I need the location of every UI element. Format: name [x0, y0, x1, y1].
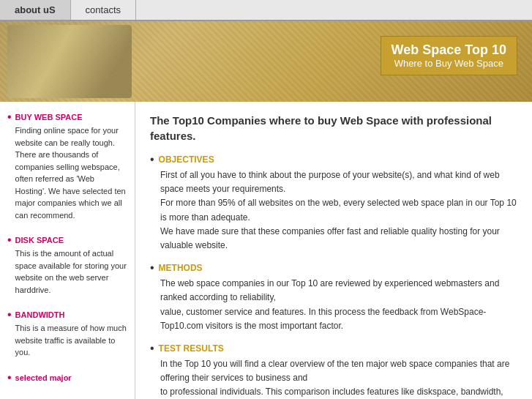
section-title: METHODS [159, 263, 203, 273]
main-heading: The Top10 Companies where to buy Web Spa… [150, 113, 517, 143]
hero-title-box: Web Space Top 10 Where to Buy Web Space [381, 36, 517, 75]
sidebar-item-desc: This is a measure of how much website tr… [15, 322, 127, 359]
hero-title2: Where to Buy Web Space [391, 58, 506, 69]
section-methods: •METHODSThe web space companies in our T… [150, 263, 517, 333]
sidebar-item-title[interactable]: selected major [15, 373, 72, 382]
section-test-results: •TEST RESULTSIn the Top 10 you will find… [150, 343, 517, 399]
bullet-dot-icon: • [7, 372, 12, 384]
section-body: In the Top 10 you will find a clear over… [160, 357, 517, 399]
nav-bar: about uScontacts [0, 0, 532, 21]
sidebar-item-selected-major: •selected major [7, 373, 127, 385]
sidebar-item-title[interactable]: BUY WEB SPACE [15, 113, 127, 122]
nav-tab-contacts[interactable]: contacts [71, 0, 136, 20]
bullet-dot-icon: • [7, 309, 12, 321]
sidebar-item-desc: This is the amount of actual space avail… [15, 247, 127, 296]
section-title: TEST RESULTS [159, 343, 224, 354]
section-bullet-icon: • [150, 154, 154, 165]
sidebar-item-title[interactable]: BANDWIDTH [15, 310, 127, 319]
hero-cable-image [7, 25, 132, 98]
sidebar-item-buy-web-space: •BUY WEB SPACEFinding online space for y… [7, 113, 127, 221]
section-objectives: •OBJECTIVESFirst of all you have to thin… [150, 154, 517, 253]
section-body: The web space companies in our Top 10 ar… [160, 277, 517, 333]
sidebar-item-disk-space: •DISK SPACEThis is the amount of actual … [7, 236, 127, 296]
content-area: •BUY WEB SPACEFinding online space for y… [0, 102, 532, 399]
hero-title1: Web Space Top 10 [391, 42, 506, 58]
sidebar-item-bandwidth: •BANDWIDTHThis is a measure of how much … [7, 310, 127, 359]
section-body: First of all you have to think about the… [160, 168, 517, 253]
bullet-dot-icon: • [7, 111, 12, 123]
section-title: OBJECTIVES [159, 154, 214, 165]
sidebar-item-title[interactable]: DISK SPACE [15, 236, 127, 245]
sidebar: •BUY WEB SPACEFinding online space for y… [0, 102, 135, 399]
hero-banner: Web Space Top 10 Where to Buy Web Space [0, 21, 532, 102]
bullet-dot-icon: • [7, 234, 12, 246]
main-content: The Top10 Companies where to buy Web Spa… [135, 102, 532, 399]
section-bullet-icon: • [150, 343, 154, 354]
sidebar-item-desc: Finding online space for your website ca… [15, 124, 127, 221]
nav-tab-about-us[interactable]: about uS [0, 0, 71, 20]
section-bullet-icon: • [150, 262, 154, 274]
